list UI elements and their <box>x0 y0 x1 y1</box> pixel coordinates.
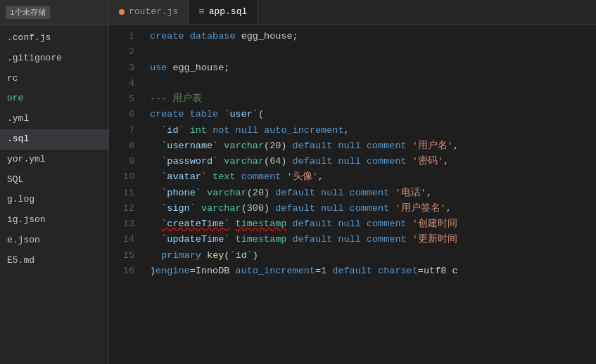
unsaved-badge: 1个未存储 <box>6 6 50 19</box>
code-line-11: `phone` varchar(20) default null comment… <box>150 186 588 201</box>
sidebar-item-gitignore[interactable]: .gitignore <box>0 48 108 69</box>
code-line-12: `sign` varchar(300) default null comment… <box>150 201 588 216</box>
sidebar-header: 1个未存储 <box>0 0 108 25</box>
editor: router.js ≡ app.sql 1 2 3 4 5 6 7 8 9 10… <box>109 0 596 364</box>
sidebar-item-SQL[interactable]: SQL <box>0 170 108 190</box>
code-line-9: `password` varchar(64) default null comm… <box>150 154 588 169</box>
tab-app-sql[interactable]: ≡ app.sql <box>189 0 258 24</box>
code-line-8: `username` varchar(20) default null comm… <box>150 138 588 154</box>
sidebar-item-rc[interactable]: rc <box>0 69 108 89</box>
code-line-6: create table `user`( <box>150 107 588 122</box>
sidebar-item-conf-js[interactable]: .conf.js <box>0 28 108 48</box>
code-line-15: primary key(`id`) <box>150 248 588 264</box>
sidebar-item-g-log[interactable]: g.log <box>0 190 108 210</box>
code-line-5: --- 用户表 <box>150 91 588 107</box>
tab-app-sql-label: app.sql <box>209 6 248 17</box>
sidebar-item-yml[interactable]: .yml <box>0 109 108 129</box>
code-lines: create database egg_house; use egg_house… <box>141 29 596 360</box>
code-line-4 <box>150 76 588 91</box>
tab-dot-icon <box>119 9 125 15</box>
tab-router-js-label: router.js <box>129 6 178 17</box>
code-line-3: use egg_house; <box>150 60 588 76</box>
code-line-10: `avatar` text comment '头像', <box>150 169 588 185</box>
sidebar-item-ig-json[interactable]: ig.json <box>0 210 108 230</box>
sidebar-item-sql[interactable]: .sql <box>0 129 108 150</box>
tab-router-js[interactable]: router.js <box>109 0 189 24</box>
sql-icon: ≡ <box>198 6 204 18</box>
code-line-1: create database egg_house; <box>150 29 588 44</box>
code-line-13: `createTime` timestamp default null comm… <box>150 216 588 232</box>
sidebar-items: .conf.js .gitignore rc ore .yml .sql yor… <box>0 25 108 271</box>
editor-tabs: router.js ≡ app.sql <box>109 0 596 25</box>
sidebar-item-e-json[interactable]: e.json <box>0 230 108 251</box>
code-line-16: )engine=InnoDB auto_increment=1 default … <box>150 264 588 279</box>
sidebar-item-ore[interactable]: ore <box>0 89 108 109</box>
code-line-14: `updateTime` timestamp default null comm… <box>150 232 588 247</box>
line-numbers: 1 2 3 4 5 6 7 8 9 10 11 12 13 14 15 16 <box>109 29 141 360</box>
code-line-2 <box>150 44 588 60</box>
code-area: 1 2 3 4 5 6 7 8 9 10 11 12 13 14 15 16 c… <box>109 25 596 364</box>
code-line-7: `id` int not null auto_increment, <box>150 123 588 138</box>
sidebar: 1个未存储 .conf.js .gitignore rc ore .yml .s… <box>0 0 109 364</box>
sidebar-item-yor-yml[interactable]: yor.yml <box>0 150 108 170</box>
sidebar-item-E5-md[interactable]: E5.md <box>0 251 108 271</box>
